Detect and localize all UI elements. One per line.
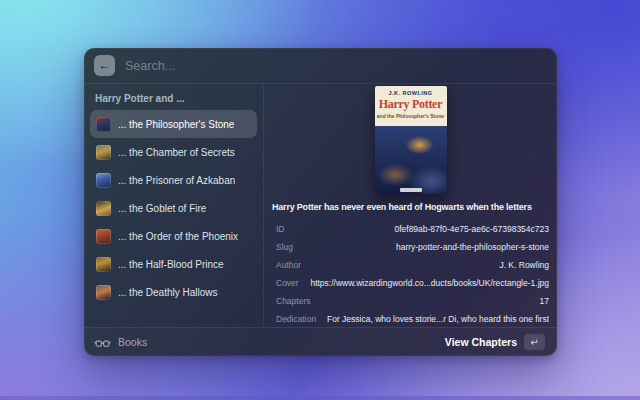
- main-content: Harry Potter and ... ... the Philosopher…: [84, 84, 557, 327]
- cover-author-text: J.K. ROWLING: [375, 90, 447, 96]
- list-item-label: ... the Goblet of Fire: [118, 203, 206, 214]
- cover-subtitle-text: and the Philosopher's Stone: [375, 113, 447, 119]
- metadata-row-id: ID 0fef89ab-87f0-4e75-ae6c-67398354c723: [276, 220, 549, 238]
- back-arrow-icon: ←: [99, 55, 111, 76]
- cover-title-text: Harry Potter: [375, 98, 447, 111]
- book-cover-thumbnail: [96, 229, 111, 244]
- book-cover-thumbnail: [96, 201, 111, 216]
- glasses-icon: [94, 336, 111, 349]
- metadata-label: Cover: [276, 278, 299, 288]
- view-chapters-button[interactable]: View Chapters ↵: [441, 331, 549, 353]
- metadata-row-slug: Slug harry-potter-and-the-philosopher-s-…: [276, 238, 549, 256]
- list-item-label: ... the Philosopher's Stone: [118, 119, 234, 130]
- cover-header: J.K. ROWLING Harry Potter and the Philos…: [375, 86, 447, 126]
- metadata-row-author: Author J. K. Rowling: [276, 256, 549, 274]
- metadata-value: J. K. Rowling: [309, 260, 549, 270]
- book-description: Harry Potter has never even heard of Hog…: [264, 202, 557, 212]
- metadata-label: Author: [276, 260, 301, 270]
- footer-bar: Books View Chapters ↵: [84, 327, 557, 356]
- metadata-value: For Jessica, who loves storie...r Di, wh…: [324, 314, 549, 324]
- metadata-list: ID 0fef89ab-87f0-4e75-ae6c-67398354c723 …: [264, 220, 557, 328]
- desktop: { "window": { "search": { "placeholder":…: [0, 0, 640, 400]
- launcher-window: ← Harry Potter and ... ... the Philosoph…: [84, 48, 557, 356]
- metadata-row-chapters: Chapters 17: [276, 292, 549, 310]
- metadata-label: Chapters: [276, 296, 311, 306]
- book-cover-thumbnail: [96, 117, 111, 132]
- enter-key-icon: ↵: [524, 334, 545, 350]
- metadata-row-cover: Cover https://www.wizardingworld.co...du…: [276, 274, 549, 292]
- metadata-value: https://www.wizardingworld.co...ducts/bo…: [307, 278, 549, 288]
- list-item-deathly-hallows[interactable]: ... the Deathly Hallows: [90, 278, 257, 306]
- metadata-label: Slug: [276, 242, 293, 252]
- metadata-label: ID: [276, 224, 285, 234]
- metadata-value: 17: [319, 296, 550, 306]
- list-item-order-of-the-phoenix[interactable]: ... the Order of the Phoenix: [90, 222, 257, 250]
- book-cover-thumbnail: [96, 173, 111, 188]
- list-item-prisoner-of-azkaban[interactable]: ... the Prisoner of Azkaban: [90, 166, 257, 194]
- detail-panel: J.K. ROWLING Harry Potter and the Philos…: [264, 84, 557, 327]
- metadata-label: Dedication: [276, 314, 316, 324]
- view-chapters-label: View Chapters: [445, 336, 517, 348]
- list-item-label: ... the Half-Blood Prince: [118, 259, 224, 270]
- section-header: Harry Potter and ...: [90, 84, 257, 110]
- results-list: Harry Potter and ... ... the Philosopher…: [84, 84, 264, 327]
- list-item-label: ... the Prisoner of Azkaban: [118, 175, 235, 186]
- book-cover-thumbnail: [96, 257, 111, 272]
- back-button[interactable]: ←: [94, 55, 115, 76]
- search-input[interactable]: [125, 59, 547, 73]
- metadata-row-dedication: Dedication For Jessica, who loves storie…: [276, 310, 549, 328]
- book-cover-thumbnail: [96, 285, 111, 300]
- footer-source: Books: [94, 336, 147, 349]
- list-item-half-blood-prince[interactable]: ... the Half-Blood Prince: [90, 250, 257, 278]
- book-cover-thumbnail: [96, 145, 111, 160]
- search-bar: ←: [84, 48, 557, 84]
- list-item-goblet-of-fire[interactable]: ... the Goblet of Fire: [90, 194, 257, 222]
- metadata-value: 0fef89ab-87f0-4e75-ae6c-67398354c723: [293, 224, 550, 234]
- list-item-label: ... the Deathly Hallows: [118, 287, 218, 298]
- cover-publisher-logo: [400, 188, 422, 192]
- metadata-value: harry-potter-and-the-philosopher-s-stone: [301, 242, 549, 252]
- book-cover-image: J.K. ROWLING Harry Potter and the Philos…: [375, 86, 447, 194]
- list-item-philosophers-stone[interactable]: ... the Philosopher's Stone: [90, 110, 257, 138]
- list-item-label: ... the Order of the Phoenix: [118, 231, 238, 242]
- list-item-label: ... the Chamber of Secrets: [118, 147, 235, 158]
- source-label: Books: [118, 336, 147, 348]
- list-item-chamber-of-secrets[interactable]: ... the Chamber of Secrets: [90, 138, 257, 166]
- cover-illustration: [375, 126, 447, 194]
